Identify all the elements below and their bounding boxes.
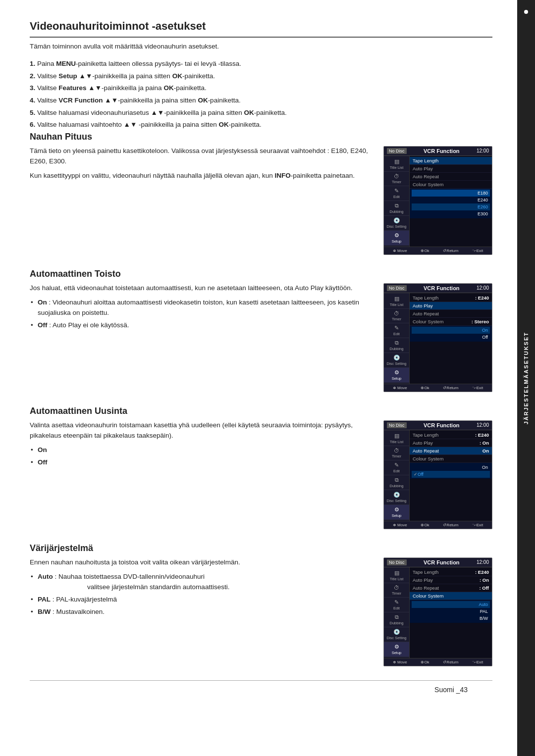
screen-nauhan-pituus: No Disc VCR Function 12:00 ▤Title List ⏱… bbox=[383, 146, 492, 255]
screen-row-autoplay-2: Auto Play bbox=[410, 302, 492, 310]
section-nauhan-pituus-body: Tämä tieto on yleensä painettu kasettiko… bbox=[30, 146, 492, 255]
screen-header-1: No Disc VCR Function 12:00 bbox=[384, 147, 492, 156]
screen-main-4: Tape Length : E240 Auto Play : On Auto R… bbox=[410, 567, 492, 658]
time-2: 12:00 bbox=[477, 285, 489, 291]
time-4: 12:00 bbox=[477, 559, 489, 565]
sidebar-setup-1: ⚙Setup bbox=[384, 231, 409, 246]
footer-ok-1: ⊕Ok bbox=[421, 249, 429, 253]
section-automaattinen-toisto: Automaattinen Toisto Jos haluat, että vi… bbox=[30, 269, 492, 392]
screen-main-2: Tape Length : E240 Auto Play Auto Repeat bbox=[410, 293, 492, 384]
sidebar-disc-setting-3: 💿Disc Setting bbox=[384, 490, 409, 505]
footer-move-2: ≑ Move bbox=[393, 386, 407, 390]
sidebar-edit-3: ✎Edit bbox=[384, 460, 409, 475]
screen-footer-2: ≑ Move ⊕Ok ↺Return ⁻⌐Exit bbox=[384, 384, 492, 392]
section-varijarjestelma: Värijärjestelmä Ennen nauhan nauhoitusta… bbox=[30, 543, 492, 666]
screen-main-3: Tape Length : E240 Auto Play : On Auto R… bbox=[410, 430, 492, 521]
steps-list: 1. Paina MENU-painiketta laitteen olless… bbox=[30, 58, 492, 130]
opt-e240: E240 bbox=[412, 197, 490, 203]
screen-sidebar-1: ▤Title List ⏱Timer ✎Edit ⧉Dubbing 💿Disc … bbox=[384, 156, 410, 247]
sidebar-dubbing-2: ⧉Dubbing bbox=[384, 338, 409, 353]
screen-body-4: ▤Title List ⏱Timer ✎Edit ⧉Dubbing 💿Disc … bbox=[384, 567, 492, 658]
sidebar-edit-1: ✎Edit bbox=[384, 186, 409, 201]
screen-row-tape-3: Tape Length : E240 bbox=[410, 431, 492, 439]
footer-return-4: ↺Return bbox=[443, 660, 458, 664]
screen-options-4: Auto PAL B/W bbox=[410, 600, 492, 623]
step-5: 5. Valitse haluamasi videonauhuriasetus … bbox=[30, 107, 492, 118]
opt-e300: E300 bbox=[412, 210, 490, 217]
screen-options-2: On Off bbox=[410, 326, 492, 342]
screen-header-4: No Disc VCR Function 12:00 bbox=[384, 558, 492, 567]
footer-exit-4: ⁻⌐Exit bbox=[472, 660, 483, 664]
screen-footer-1: ≑ Move ⊕Ok ↺Return ⁻⌐Exit bbox=[384, 247, 492, 254]
footer-ok-2: ⊕Ok bbox=[421, 386, 429, 390]
footer-exit-3: ⁻⌐Exit bbox=[472, 523, 483, 527]
uusinta-bullets: On Off bbox=[30, 445, 374, 468]
page-title: Videonauhuritoiminnot -asetukset bbox=[30, 20, 492, 38]
section-nauhan-pituus-text: Tämä tieto on yleensä painettu kasettiko… bbox=[30, 146, 374, 185]
section-vari-title: Värijärjestelmä bbox=[30, 543, 492, 554]
sidebar-timer-4: ⏱Timer bbox=[384, 583, 409, 598]
sidebar-disc-setting-4: 💿Disc Setting bbox=[384, 627, 409, 642]
side-tab-dot bbox=[524, 10, 528, 14]
section-nauhan-pituus: Nauhan Pituus Tämä tieto on yleensä pain… bbox=[30, 132, 492, 255]
step-1: 1. Paina MENU-painiketta laitteen olless… bbox=[30, 58, 492, 69]
screen-sidebar-3: ▤Title List ⏱Timer ✎Edit ⧉Dubbing 💿Disc … bbox=[384, 430, 410, 521]
sidebar-timer-1: ⏱Timer bbox=[384, 172, 409, 186]
screen-sidebar-4: ▤Title List ⏱Timer ✎Edit ⧉Dubbing 💿Disc … bbox=[384, 567, 410, 658]
side-tab: JÄRJESTELMÄASETUKSET bbox=[517, 0, 535, 756]
vari-bullet-bw: B/W : Mustavalkoinen. bbox=[30, 607, 374, 617]
sidebar-setup-2: ⚙Setup bbox=[384, 368, 409, 383]
sidebar-setup-4: ⚙Setup bbox=[384, 642, 409, 657]
sidebar-setup-3: ⚙Setup bbox=[384, 505, 409, 520]
vari-bullet-pal: PAL : PAL-kuvajärjestelmä bbox=[30, 595, 374, 605]
sidebar-edit-4: ✎Edit bbox=[384, 598, 409, 612]
vcr-title-1: VCR Function bbox=[424, 148, 460, 154]
section-automaattinen-uusinta: Automaattinen Uusinta Valinta asettaa vi… bbox=[30, 406, 492, 529]
nodisc-badge-1: No Disc bbox=[387, 148, 407, 154]
screen-header-3: No Disc VCR Function 12:00 bbox=[384, 421, 492, 430]
sidebar-title-list-2: ▤Title List bbox=[384, 294, 409, 309]
screen-main-1: Tape Length Auto Play Auto Repeat bbox=[410, 156, 492, 247]
sidebar-dubbing-1: ⧉Dubbing bbox=[384, 201, 409, 216]
toisto-bullet-off: Off : Auto Play ei ole käytössä. bbox=[30, 320, 374, 331]
footer-move-4: ≑ Move bbox=[393, 660, 407, 664]
opt-on-2: On bbox=[412, 327, 490, 334]
side-tab-label: JÄRJESTELMÄASETUKSET bbox=[523, 332, 529, 424]
screen-footer-4: ≑ Move ⊕Ok ↺Return ⁻⌐Exit bbox=[384, 658, 492, 666]
vari-bullet-auto: Auto : Nauhaa toistettaessa DVD-tallenni… bbox=[30, 572, 374, 593]
opt-pal-4: PAL bbox=[412, 608, 490, 615]
time-1: 12:00 bbox=[477, 148, 489, 153]
footer-return-2: ↺Return bbox=[443, 386, 458, 390]
nodisc-badge-4: No Disc bbox=[387, 559, 407, 565]
screen-row-autorepeat-4: Auto Repeat : Off bbox=[410, 584, 492, 592]
sidebar-disc-setting-2: 💿Disc Setting bbox=[384, 353, 409, 368]
opt-off-2: Off bbox=[412, 334, 490, 341]
screen-body-3: ▤Title List ⏱Timer ✎Edit ⧉Dubbing 💿Disc … bbox=[384, 430, 492, 521]
step-2: 2. Valitse Setup ▲▼-painikkeilla ja pain… bbox=[30, 71, 492, 82]
section-uusinta-title: Automaattinen Uusinta bbox=[30, 406, 492, 416]
screen-row-tape-2: Tape Length : E240 bbox=[410, 294, 492, 302]
footer-ok-4: ⊕Ok bbox=[421, 660, 429, 664]
opt-e180: E180 bbox=[412, 190, 490, 197]
section-vari-text: Ennen nauhan nauhoitusta ja toistoa voit… bbox=[30, 557, 374, 619]
opt-auto-4: Auto bbox=[412, 601, 490, 608]
screen-body-1: ▤Title List ⏱Timer ✎Edit ⧉Dubbing 💿Disc … bbox=[384, 156, 492, 247]
screen-sidebar-2: ▤Title List ⏱Timer ✎Edit ⧉Dubbing 💿Disc … bbox=[384, 293, 410, 384]
sidebar-timer-3: ⏱Timer bbox=[384, 446, 409, 460]
step-3: 3. Valitse Features ▲▼-painikkeilla ja p… bbox=[30, 83, 492, 94]
section-uusinta-text: Valinta asettaa videonauhurin toistamaan… bbox=[30, 420, 374, 470]
screen-row-autoplay-1: Auto Play bbox=[410, 165, 492, 173]
page-footer-text: Suomi _43 bbox=[434, 686, 468, 694]
section-toisto-text: Jos haluat, että videonauhat toistetaan … bbox=[30, 283, 374, 333]
screen-options-3: On ✓Off bbox=[410, 463, 492, 479]
screen-header-2: No Disc VCR Function 12:00 bbox=[384, 284, 492, 293]
screen-row-autorepeat-1: Auto Repeat bbox=[410, 173, 492, 181]
opt-on-3: On bbox=[412, 464, 490, 471]
sidebar-disc-setting-1: 💿Disc Setting bbox=[384, 216, 409, 231]
screen-row-tape-4: Tape Length : E240 bbox=[410, 568, 492, 576]
step-6: 6. Valitse haluamasi vaihtoehto ▲▼ -pain… bbox=[30, 119, 492, 130]
toisto-bullets: On : Videonauhuri aloittaa automaattises… bbox=[30, 298, 374, 331]
section-toisto-title: Automaattinen Toisto bbox=[30, 269, 492, 279]
footer-move-1: ≑ Move bbox=[393, 249, 407, 253]
screen-row-tape-1: Tape Length bbox=[410, 157, 492, 165]
